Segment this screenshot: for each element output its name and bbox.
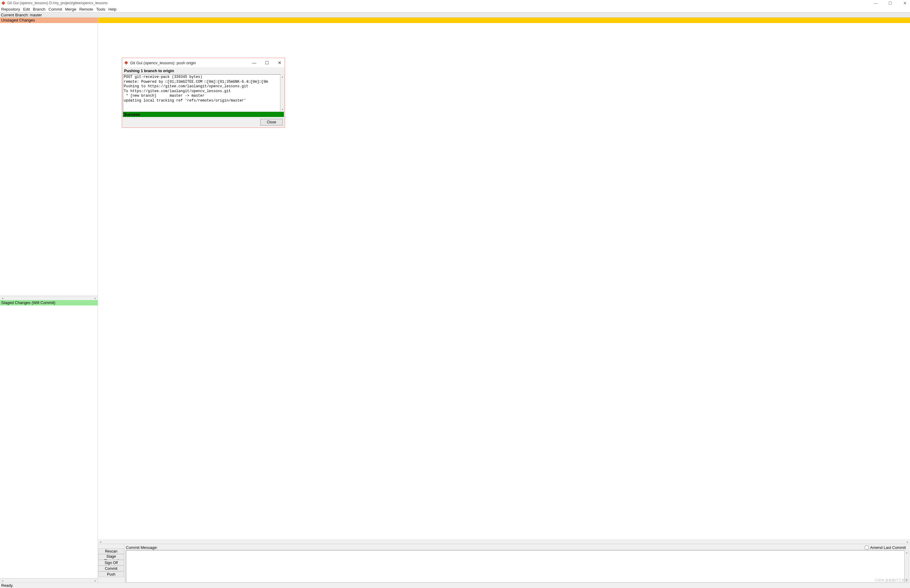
svg-rect-1 <box>126 62 126 64</box>
dialog-success-bar: Success <box>123 112 284 117</box>
menu-remote[interactable]: Remote <box>79 7 93 11</box>
current-branch-bar: Current Branch: master <box>0 12 910 18</box>
git-gui-icon <box>124 61 128 65</box>
scroll-left-icon[interactable]: ◂ <box>99 540 102 543</box>
unstaged-header: Unstaged Changes <box>0 18 98 23</box>
push-dialog: Git Gui (opencv_lessons): push origin — … <box>121 58 285 128</box>
stage-changed-button[interactable]: Stage Changed <box>98 554 124 560</box>
menu-edit[interactable]: Edit <box>23 7 30 11</box>
scroll-right-icon[interactable]: ▸ <box>94 579 97 582</box>
staged-hscrollbar[interactable]: ◂ ▸ <box>0 578 98 583</box>
unstaged-hscrollbar[interactable]: ◂ ▸ <box>0 296 98 300</box>
staged-header: Staged Changes (Will Commit) <box>0 300 98 305</box>
menu-tools[interactable]: Tools <box>96 7 105 11</box>
scroll-up-icon[interactable]: ▴ <box>906 551 908 554</box>
sign-off-button[interactable]: Sign Off <box>98 560 124 565</box>
git-gui-icon <box>1 1 5 5</box>
amend-label: Amend Last Commit <box>870 545 906 550</box>
commit-message-input[interactable] <box>126 550 905 583</box>
titlebar: Git Gui (opencv_lessons) D:/my_project/g… <box>0 0 910 6</box>
menu-help[interactable]: Help <box>108 7 117 11</box>
commit-button[interactable]: Commit <box>98 565 124 571</box>
dialog-titlebar: Git Gui (opencv_lessons): push origin — … <box>122 58 285 67</box>
dialog-output-vscrollbar[interactable]: ▴ ▾ <box>280 74 285 112</box>
push-button[interactable]: Push <box>98 571 124 577</box>
menu-commit[interactable]: Commit <box>49 7 62 11</box>
rescan-button[interactable]: Rescan <box>98 548 124 554</box>
unstaged-list[interactable] <box>0 23 98 296</box>
scroll-left-icon[interactable]: ◂ <box>1 297 4 300</box>
commit-message-label: Commit Message: <box>126 545 865 550</box>
commit-message-area: Commit Message: Amend Last Commit ▴ ▾ <box>125 544 910 583</box>
window-minimize-button[interactable]: — <box>872 1 880 5</box>
status-bar: Ready. <box>0 583 910 588</box>
window-maximize-button[interactable]: ☐ <box>886 1 894 5</box>
scroll-up-icon[interactable]: ▴ <box>282 75 283 78</box>
menu-merge[interactable]: Merge <box>65 7 76 11</box>
dialog-output[interactable]: POST git-receive-pack (339345 bytes) rem… <box>123 74 280 112</box>
diff-hscrollbar[interactable]: ◂ ▸ <box>98 540 910 544</box>
amend-last-commit-option[interactable]: Amend Last Commit <box>865 545 906 550</box>
window-close-button[interactable]: ✕ <box>901 1 909 5</box>
commit-panel: Rescan Stage Changed Sign Off Commit Pus… <box>98 544 910 583</box>
staged-list[interactable] <box>0 305 98 578</box>
scroll-down-icon[interactable]: ▾ <box>906 578 908 582</box>
dialog-maximize-button[interactable]: ☐ <box>264 60 270 65</box>
menu-repository[interactable]: Repository <box>1 7 20 11</box>
dialog-close-action-button[interactable]: Close <box>260 119 283 126</box>
scroll-right-icon[interactable]: ▸ <box>906 540 909 543</box>
svg-rect-0 <box>3 2 4 4</box>
scroll-left-icon[interactable]: ◂ <box>1 579 4 582</box>
commit-msg-vscrollbar[interactable]: ▴ ▾ <box>905 550 909 583</box>
commit-button-column: Rescan Stage Changed Sign Off Commit Pus… <box>98 544 125 583</box>
menu-branch[interactable]: Branch <box>33 7 45 11</box>
window-title: Git Gui (opencv_lessons) D:/my_project/g… <box>7 1 872 5</box>
dialog-title: Git Gui (opencv_lessons): push origin <box>130 61 251 65</box>
dialog-minimize-button[interactable]: — <box>251 60 257 65</box>
left-pane: Unstaged Changes ◂ ▸ Staged Changes (Wil… <box>0 18 98 583</box>
file-header-bar <box>98 18 910 23</box>
menubar: Repository Edit Branch Commit Merge Remo… <box>0 6 910 12</box>
scroll-right-icon[interactable]: ▸ <box>94 297 97 300</box>
dialog-close-button[interactable]: ✕ <box>277 60 283 65</box>
scroll-down-icon[interactable]: ▾ <box>282 108 283 111</box>
dialog-subtitle: Pushing 1 branch to origin <box>122 67 285 74</box>
amend-checkbox[interactable] <box>865 546 869 549</box>
